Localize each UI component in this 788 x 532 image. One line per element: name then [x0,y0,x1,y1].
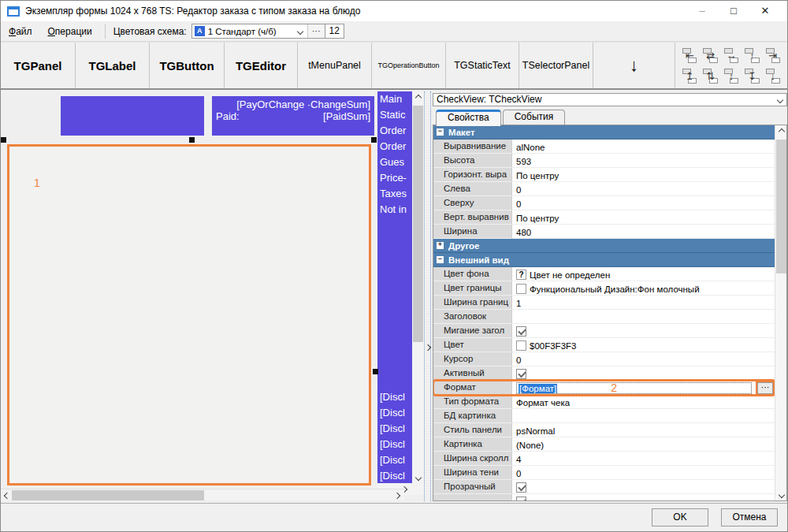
property-value[interactable]: 0 [512,182,775,196]
component-button-tgeditor[interactable]: TGEditor [225,43,298,88]
property-value[interactable] [512,310,775,324]
align-vertical-centers-icon[interactable]: ⇅ [701,66,719,85]
property-value[interactable]: 0 [512,466,775,480]
menu-item-о[interactable]: Операции [40,26,100,37]
property-value[interactable] [512,366,775,381]
property-row[interactable]: Высота593 [433,154,775,168]
font-size-field[interactable]: 12 [325,24,344,38]
selected-panel-outline[interactable] [7,144,371,485]
property-row[interactable] [433,494,775,500]
component-selector[interactable]: CheckView: TCheckView [433,93,787,106]
selection-handle[interactable] [1,137,6,143]
property-row[interactable]: ВыравниваниеalNone [433,140,775,154]
menu-item-ф[interactable]: Файл [1,26,40,37]
close-icon[interactable]: ✕ [749,2,781,20]
property-value[interactable]: 0 [512,352,775,366]
space-equally-horizontal-icon[interactable]: ↔ [722,46,741,65]
property-row[interactable]: Мигание загол [433,324,775,338]
maximize-icon[interactable]: □ [718,2,749,20]
checkbox[interactable] [516,369,526,379]
align-horizontal-centers-icon[interactable]: ⇄ [701,46,719,65]
checkbox[interactable] [516,482,526,493]
property-row[interactable]: Ширина тени0 [433,466,775,480]
checkview-control[interactable]: MainStaticOrderOrderGuesPrice-TaxesNot i… [377,91,412,483]
selection-handle[interactable] [371,137,377,143]
property-value[interactable] [512,494,775,500]
property-row[interactable]: Активный [433,366,775,381]
property-row[interactable]: Цвет фона?Цвет не определен [433,267,775,281]
component-button-tgoperationbutton[interactable]: TGOperationButton [372,43,446,88]
property-value[interactable]: По центру [512,210,775,225]
property-value[interactable]: Функциональный Дизайн:Фон молочный [512,281,775,296]
canvas-horizontal-scrollbar[interactable] [1,489,404,500]
property-value[interactable]: 593 [512,154,775,168]
property-row[interactable]: Ширина480 [433,225,775,239]
property-row[interactable]: БД картинка [433,409,775,423]
property-row[interactable]: Цвет$00F3F3F3 [433,338,775,352]
property-value[interactable]: alNone [512,140,775,154]
property-value[interactable] [512,409,775,423]
property-value[interactable]: 4 [512,452,775,466]
design-panel-pay[interactable]: [PayOrChange ·ChangeSum] Paid: [PaidSum] [212,96,374,136]
scrollbar-thumb[interactable] [12,490,204,500]
component-button-tgbutton[interactable]: TGButton [150,43,225,88]
component-button-tmenupanel[interactable]: tMenuPanel [298,43,372,88]
property-row[interactable]: Стиль панелиpsNormal [433,423,775,437]
expand-icon[interactable]: + [437,242,444,249]
align-left-edges-icon[interactable]: ⇤ [680,46,699,65]
color-swatch[interactable]: ? [516,270,526,280]
property-value[interactable] [512,480,775,494]
property-section[interactable]: −Макет [433,125,775,140]
property-row[interactable]: Ширина границ1 [433,296,775,310]
collapse-icon[interactable]: − [437,128,444,136]
panel-splitter[interactable] [424,91,431,501]
scrollbar-thumb[interactable] [413,106,423,342]
component-button-tgpanel[interactable]: TGPanel [1,43,76,88]
tab-свойства[interactable]: Свойства [436,110,501,126]
color-swatch[interactable] [516,284,526,294]
property-value[interactable]: 0 [512,196,775,210]
property-value[interactable]: 1 [512,296,775,310]
color-swatch[interactable] [516,340,526,351]
color-scheme-select[interactable]: A 1 Стандарт (ч/б) [192,24,307,38]
scroll-right-icon[interactable] [393,492,400,498]
format-edit-field[interactable]: [Формат] [516,382,752,394]
property-row[interactable]: Цвет границыФункциональный Дизайн:Фон мо… [433,281,775,296]
cancel-button[interactable]: Отмена [721,508,778,526]
checkbox[interactable] [516,497,526,500]
component-button-tglabel[interactable]: TGLabel [76,43,150,88]
scroll-left-icon[interactable] [3,492,9,498]
scroll-up-icon[interactable] [414,94,421,100]
scroll-down-icon[interactable] [414,474,421,480]
drop-component-button[interactable]: ↓ [593,43,675,88]
property-row[interactable]: Слева0 [433,182,775,196]
center-vertically-icon[interactable]: ↧ [742,66,761,85]
splitter-expand-icon[interactable] [425,344,431,351]
align-bottom-edges-icon[interactable]: ↓ [764,66,782,85]
property-row[interactable]: Прозрачный [433,480,775,494]
property-row[interactable]: Формат[Формат]2··· [433,381,775,395]
property-value[interactable]: $00F3F3F3 [512,338,775,352]
property-row[interactable]: Ширина скролл4 [433,452,775,466]
align-right-edges-icon[interactable]: ⇥ [764,46,782,65]
color-scheme-more-button[interactable]: ··· [307,24,325,38]
align-top-edges-icon[interactable]: ↥ [680,66,699,85]
property-row[interactable]: Верт. выравнивПо центру [433,210,775,225]
property-row[interactable]: Тип форматаФормат чека [433,395,775,409]
tab-события[interactable]: События [503,110,566,125]
property-value[interactable]: 480 [512,225,775,239]
designer-canvas[interactable]: [PayOrChange ·ChangeSum] Paid: [PaidSum]… [1,91,424,501]
property-value[interactable] [512,324,775,338]
property-value[interactable]: По центру [512,168,775,182]
property-value[interactable]: (None) [512,437,775,452]
center-horizontally-icon[interactable]: ↑ [742,46,761,65]
collapse-icon[interactable]: − [437,256,444,263]
checkbox[interactable] [516,326,526,337]
checkview-vertical-scrollbar[interactable] [412,91,424,483]
selection-handle[interactable] [189,137,195,143]
property-row[interactable]: Горизонт. выраПо центру [433,168,775,182]
space-equally-vertical-icon[interactable]: ↕ [722,66,741,85]
property-value[interactable]: Формат чека [512,395,775,409]
minimize-icon[interactable]: – [686,2,718,20]
property-section[interactable]: −Внешний вид [433,253,775,267]
